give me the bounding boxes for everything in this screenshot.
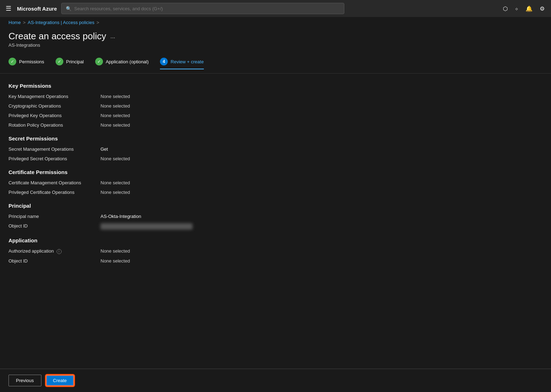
portal-settings-icon[interactable]: ⬦: [513, 3, 521, 14]
certificate-permissions-title: Certificate Permissions: [8, 169, 543, 175]
page-title: Create an access policy: [8, 31, 106, 42]
privileged-key-operations-label: Privileged Key Operations: [8, 113, 101, 118]
principal-name-row: Principal name AS-Okta-Integration: [8, 213, 543, 220]
previous-button[interactable]: Previous: [8, 375, 41, 386]
page-subtitle: AS-Integrations: [8, 42, 543, 48]
authorized-application-label: Authorized application i: [8, 248, 101, 254]
cert-mgmt-operations-label: Certificate Management Operations: [8, 180, 101, 185]
secret-mgmt-operations-label: Secret Management Operations: [8, 146, 101, 152]
search-input[interactable]: [74, 6, 340, 11]
settings-icon[interactable]: ⚙: [538, 3, 547, 14]
cryptographic-operations-value: None selected: [101, 103, 130, 109]
breadcrumb-parent[interactable]: AS-Integrations | Access policies: [28, 20, 94, 25]
main-content: Key Permissions Key Management Operation…: [0, 74, 551, 369]
step-check-permissions-icon: ✓: [8, 58, 16, 65]
application-object-id-row: Object ID None selected: [8, 258, 543, 264]
step-check-application-icon: ✓: [95, 58, 103, 65]
secret-mgmt-operations-row: Secret Management Operations Get: [8, 146, 543, 152]
step-label-permissions: Permissions: [19, 59, 44, 64]
cert-mgmt-operations-value: None selected: [101, 180, 130, 185]
wizard-step-principal[interactable]: ✓ Principal: [56, 58, 84, 69]
step-number-review-icon: 4: [160, 58, 168, 65]
footer: Previous Create: [0, 369, 551, 392]
breadcrumb: Home > AS-Integrations | Access policies…: [0, 17, 551, 28]
principal-name-value: AS-Okta-Integration: [101, 214, 141, 219]
rotation-policy-operations-row: Rotation Policy Operations None selected: [8, 122, 543, 128]
page-header: Create an access policy ... AS-Integrati…: [0, 28, 551, 53]
privileged-cert-operations-row: Privileged Certificate Operations None s…: [8, 189, 543, 196]
rotation-policy-operations-label: Rotation Policy Operations: [8, 122, 101, 128]
privileged-key-operations-value: None selected: [101, 113, 130, 118]
step-label-principal: Principal: [66, 59, 84, 64]
wizard-steps: ✓ Permissions ✓ Principal ✓ Application …: [0, 53, 551, 74]
notifications-icon[interactable]: 🔔: [523, 3, 535, 14]
key-mgmt-operations-label: Key Management Operations: [8, 94, 101, 99]
privileged-secret-operations-value: None selected: [101, 156, 130, 161]
principal-object-id-label: Object ID: [8, 223, 101, 229]
cert-mgmt-operations-row: Certificate Management Operations None s…: [8, 179, 543, 186]
principal-section-title: Principal: [8, 203, 543, 209]
principal-object-id-row: Object ID: [8, 223, 543, 230]
application-object-id-value: None selected: [101, 258, 130, 264]
search-bar[interactable]: 🔍: [61, 3, 344, 14]
brand-title: Microsoft Azure: [17, 6, 57, 12]
create-button[interactable]: Create: [46, 375, 74, 386]
breadcrumb-sep-1: >: [23, 20, 26, 25]
cryptographic-operations-row: Cryptographic Operations None selected: [8, 103, 543, 109]
privileged-cert-operations-value: None selected: [101, 190, 130, 195]
application-section-title: Application: [8, 237, 543, 243]
secret-mgmt-operations-value: Get: [101, 146, 108, 152]
search-icon: 🔍: [66, 6, 71, 11]
step-check-principal-icon: ✓: [56, 58, 63, 65]
key-permissions-title: Key Permissions: [8, 83, 543, 89]
cloud-shell-icon[interactable]: ⬡: [501, 3, 510, 14]
privileged-secret-operations-row: Privileged Secret Operations None select…: [8, 155, 543, 162]
principal-name-label: Principal name: [8, 214, 101, 219]
key-mgmt-operations-row: Key Management Operations None selected: [8, 93, 543, 100]
nav-icons: ⬡ ⬦ 🔔 ⚙: [501, 3, 547, 14]
breadcrumb-home[interactable]: Home: [8, 20, 21, 25]
top-navigation: ☰ Microsoft Azure 🔍 ⬡ ⬦ 🔔 ⚙: [0, 0, 551, 17]
application-object-id-label: Object ID: [8, 258, 101, 264]
wizard-step-application[interactable]: ✓ Application (optional): [95, 58, 149, 69]
rotation-policy-operations-value: None selected: [101, 122, 130, 128]
wizard-step-permissions[interactable]: ✓ Permissions: [8, 58, 44, 69]
privileged-key-operations-row: Privileged Key Operations None selected: [8, 112, 543, 119]
principal-object-id-value: [101, 223, 193, 230]
step-label-review: Review + create: [171, 59, 204, 64]
privileged-secret-operations-label: Privileged Secret Operations: [8, 156, 101, 161]
more-options-button[interactable]: ...: [110, 33, 115, 40]
privileged-cert-operations-label: Privileged Certificate Operations: [8, 190, 101, 195]
cryptographic-operations-label: Cryptographic Operations: [8, 103, 101, 109]
secret-permissions-title: Secret Permissions: [8, 136, 543, 142]
info-icon[interactable]: i: [57, 249, 62, 254]
authorized-application-row: Authorized application i None selected: [8, 248, 543, 255]
key-mgmt-operations-value: None selected: [101, 94, 130, 99]
wizard-step-review[interactable]: 4 Review + create: [160, 58, 204, 69]
authorized-application-value: None selected: [101, 248, 130, 254]
breadcrumb-sep-2: >: [97, 20, 99, 25]
step-label-application: Application (optional): [106, 59, 149, 64]
hamburger-menu-icon[interactable]: ☰: [4, 3, 13, 14]
